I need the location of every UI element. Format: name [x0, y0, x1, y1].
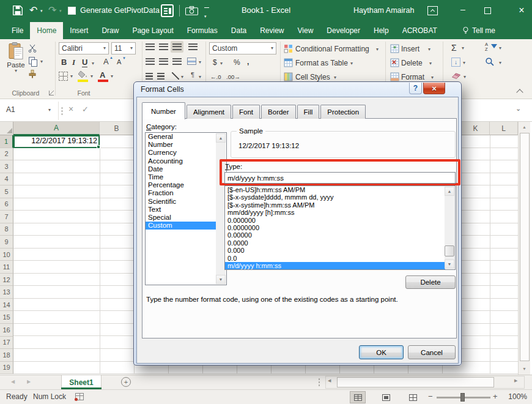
align-center-icon[interactable] — [159, 58, 168, 65]
expand-formula-bar-icon[interactable]: ⌄ — [515, 105, 521, 113]
dialog-tab[interactable]: Alignment — [187, 105, 231, 119]
row-header[interactable]: 16 — [0, 324, 13, 337]
format-code-item[interactable]: 0.0 — [225, 255, 445, 262]
format-as-table-dropdown-icon[interactable]: ▾ — [350, 61, 353, 66]
increase-decimal-icon[interactable]: ←.0 — [210, 73, 221, 80]
row-header[interactable]: 10 — [0, 249, 13, 261]
horizontal-scroll-thumb[interactable] — [337, 377, 494, 387]
borders-icon[interactable] — [59, 72, 68, 81]
format-list-scrollbar[interactable]: ▲ ▼ — [445, 187, 454, 269]
generate-getpivotdata-label[interactable]: Generate GetPivotData — [80, 6, 160, 15]
view-normal-button[interactable] — [350, 391, 366, 403]
decrease-indent-icon[interactable] — [146, 73, 153, 80]
format-code-item[interactable]: 0.00000 — [225, 231, 445, 239]
row-header[interactable]: 5 — [0, 185, 13, 198]
add-sheet-button[interactable]: + — [121, 377, 131, 387]
fill-handle[interactable] — [97, 145, 100, 149]
camera-icon[interactable] — [185, 6, 198, 15]
scroll-up-icon[interactable]: ▲ — [445, 187, 454, 196]
sort-filter-dropdown-icon[interactable]: ▾ — [499, 46, 501, 51]
ribbon-tab[interactable]: Page Layout — [125, 22, 180, 39]
scroll-up-icon[interactable]: ▲ — [519, 122, 530, 132]
cell-a1-value[interactable]: 12/2/2017 19:13:12 — [15, 137, 97, 145]
ribbon-tab[interactable]: Help — [367, 22, 396, 39]
dialog-tab[interactable]: Fill — [297, 105, 320, 119]
view-page-break-button[interactable] — [405, 391, 421, 403]
format-code-item[interactable]: [$-x-systime]h:mm:ss AM/PM — [225, 201, 445, 209]
macro-record-icon[interactable] — [75, 393, 84, 400]
merge-dropdown-icon[interactable]: ▾ — [199, 60, 201, 65]
bold-button[interactable]: B — [61, 58, 67, 67]
conditional-formatting-dropdown-icon[interactable]: ▾ — [376, 47, 379, 52]
zoom-slider-thumb[interactable] — [460, 393, 465, 402]
ribbon-tab[interactable]: Developer — [320, 22, 367, 39]
increase-font-size-button[interactable]: A — [103, 57, 109, 66]
category-item[interactable]: Special — [146, 214, 216, 222]
decrease-font-size-button[interactable]: A — [117, 58, 121, 65]
row-header[interactable]: 17 — [0, 337, 13, 350]
delete-format-button[interactable]: Delete — [405, 275, 456, 289]
fill-color-dropdown-icon[interactable]: ▾ — [91, 74, 93, 79]
view-page-layout-button[interactable] — [378, 391, 394, 403]
ribbon-tab[interactable]: Insert — [63, 22, 95, 39]
ribbon-display-options-icon[interactable] — [427, 6, 438, 15]
category-item[interactable]: General — [146, 133, 216, 141]
formula-bar-handle[interactable] — [61, 107, 63, 115]
format-code-item[interactable]: m/d/yyyy h:mm:ss — [225, 262, 445, 269]
dialog-tab[interactable]: Number — [142, 102, 185, 119]
text-direction-dropdown-icon[interactable]: ▾ — [199, 75, 201, 80]
row-header[interactable]: 9 — [0, 236, 13, 249]
type-input[interactable] — [224, 172, 456, 184]
orientation-icon[interactable] — [172, 72, 179, 80]
borders-dropdown-icon[interactable]: ▾ — [70, 74, 73, 79]
cancel-entry-icon[interactable]: × — [68, 104, 73, 114]
sheet-nav-left-icon[interactable]: ◀ — [11, 379, 15, 384]
fill-color-icon[interactable] — [78, 70, 87, 78]
row-header[interactable]: 3 — [0, 160, 13, 173]
row-header[interactable]: 18 — [0, 349, 13, 362]
name-box-dropdown-icon[interactable]: ▾ — [48, 108, 51, 113]
category-item[interactable]: Scientific — [146, 198, 216, 206]
fill-dropdown-icon[interactable]: ▾ — [463, 61, 465, 65]
font-color-dropdown-icon[interactable]: ▾ — [111, 74, 113, 79]
font-size-combo[interactable]: 11▾ — [111, 42, 136, 54]
tell-me-tab[interactable]: Tell me — [456, 22, 502, 39]
comma-style-icon[interactable]: , — [247, 58, 249, 66]
qat-overflow-icon[interactable]: ▾ — [204, 7, 209, 20]
category-item[interactable]: Text — [146, 206, 216, 214]
category-item[interactable]: Fraction — [146, 189, 216, 197]
ribbon-tab[interactable]: ACROBAT — [396, 22, 444, 39]
align-right-icon[interactable] — [172, 58, 182, 65]
sort-filter-icon[interactable]: AZ — [485, 42, 497, 53]
underline-dropdown-icon[interactable]: ▾ — [92, 61, 94, 66]
row-header[interactable]: 19 — [0, 362, 13, 375]
horizontal-scrollbar[interactable]: ◀ ▶ — [325, 376, 525, 389]
dialog-close-button[interactable]: × — [423, 83, 445, 94]
format-code-item[interactable]: mm/dd/yyyy [h]:mm:ss — [225, 209, 445, 216]
category-item[interactable]: Custom — [146, 222, 216, 230]
row-header[interactable]: 14 — [0, 299, 13, 312]
generate-getpivotdata-checkbox[interactable] — [68, 7, 76, 15]
zoom-out-button[interactable]: − — [428, 392, 433, 401]
cell-styles-dropdown-icon[interactable]: ▾ — [334, 75, 336, 80]
column-header-a[interactable]: A — [13, 122, 100, 135]
minimize-button[interactable]: – — [453, 4, 473, 14]
insert-dropdown-icon[interactable]: ▾ — [428, 47, 430, 52]
pivot-table-icon[interactable] — [161, 4, 174, 17]
ribbon-tab[interactable]: Draw — [95, 22, 125, 39]
ok-button[interactable]: OK — [359, 345, 404, 359]
clipboard-dialog-launcher-icon[interactable] — [49, 91, 54, 95]
autosum-dropdown-icon[interactable]: ▾ — [462, 46, 464, 51]
vertical-scrollbar[interactable]: ▲ ▼ — [518, 122, 530, 375]
wrap-text-icon[interactable] — [188, 43, 198, 50]
ribbon-tab[interactable]: Data — [224, 22, 253, 39]
column-header-b[interactable]: B — [100, 122, 134, 135]
zoom-level[interactable]: 100% — [501, 392, 527, 401]
sheet-nav-right-icon[interactable]: ▶ — [27, 379, 31, 384]
row-header[interactable]: 7 — [0, 211, 13, 223]
name-box[interactable]: A1 — [6, 105, 15, 114]
ribbon-tab[interactable]: Home — [30, 22, 63, 39]
zoom-in-button[interactable]: + — [493, 392, 498, 401]
format-painter-icon[interactable] — [28, 70, 37, 78]
format-code-item[interactable]: [$-en-US]h:mm:ss AM/PM — [225, 186, 445, 193]
